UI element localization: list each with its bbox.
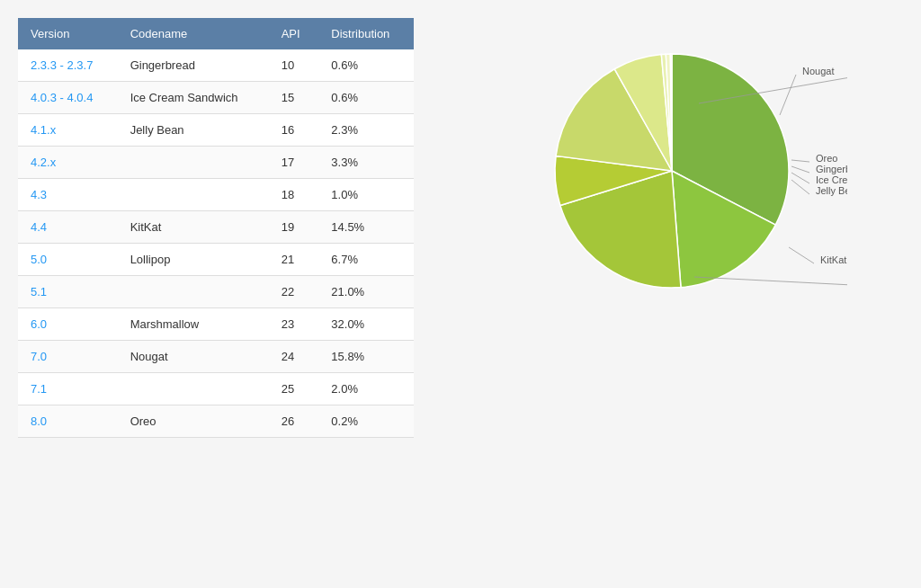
cell-version[interactable]: 7.0 xyxy=(18,341,118,373)
cell-api: 23 xyxy=(269,308,319,341)
table-row: 5.1 22 21.0% xyxy=(18,276,414,308)
label-jelly-bean: Jelly Bean xyxy=(816,185,847,196)
cell-codename: Nougat xyxy=(118,341,269,373)
table-row: 8.0 Oreo 26 0.2% xyxy=(18,405,414,438)
cell-distribution: 3.3% xyxy=(318,147,414,179)
cell-distribution: 0.2% xyxy=(318,405,414,438)
cell-version[interactable]: 5.0 xyxy=(18,244,118,276)
android-distribution-table: Version Codename API Distribution 2.3.3 … xyxy=(18,18,414,438)
cell-distribution: 2.3% xyxy=(318,114,414,147)
cell-version[interactable]: 4.2.x xyxy=(18,147,118,179)
cell-version[interactable]: 8.0 xyxy=(18,405,118,438)
cell-distribution: 1.0% xyxy=(318,179,414,211)
header-codename: Codename xyxy=(118,18,269,49)
label-nougat: Nougat xyxy=(802,66,834,76)
cell-api: 19 xyxy=(269,211,319,244)
cell-api: 25 xyxy=(269,373,319,405)
cell-codename: Marshmallow xyxy=(118,308,269,341)
cell-api: 16 xyxy=(269,114,319,147)
cell-version[interactable]: 6.0 xyxy=(18,308,118,341)
cell-distribution: 32.0% xyxy=(318,308,414,341)
cell-distribution: 2.0% xyxy=(318,373,414,405)
table-row: 7.1 25 2.0% xyxy=(18,373,414,405)
cell-distribution: 14.5% xyxy=(318,211,414,244)
header-api: API xyxy=(269,18,319,49)
cell-codename: Lollipop xyxy=(118,244,269,276)
cell-api: 18 xyxy=(269,179,319,211)
label-ice-cream-sandwich: Ice Cream Sandwich xyxy=(816,174,847,185)
cell-distribution: 0.6% xyxy=(318,82,414,114)
label-line-gingerbread xyxy=(791,166,809,173)
chart-section: MarshmallowNougatOreoGingerbreadIce Crea… xyxy=(450,18,903,315)
cell-distribution: 15.8% xyxy=(318,341,414,373)
data-table-section: Version Codename API Distribution 2.3.3 … xyxy=(18,18,414,438)
cell-codename: Gingerbread xyxy=(118,49,269,82)
cell-version[interactable]: 4.1.x xyxy=(18,114,118,147)
table-row: 6.0 Marshmallow 23 32.0% xyxy=(18,308,414,341)
label-line-kitkat xyxy=(789,247,814,263)
cell-version[interactable]: 5.1 xyxy=(18,276,118,308)
cell-api: 24 xyxy=(269,341,319,373)
cell-version[interactable]: 7.1 xyxy=(18,373,118,405)
table-row: 4.4 KitKat 19 14.5% xyxy=(18,211,414,244)
cell-api: 15 xyxy=(269,82,319,114)
header-version: Version xyxy=(18,18,118,49)
cell-codename xyxy=(118,373,269,405)
cell-version[interactable]: 4.4 xyxy=(18,211,118,244)
cell-version[interactable]: 4.3 xyxy=(18,179,118,211)
cell-version[interactable]: 2.3.3 - 2.3.7 xyxy=(18,49,118,82)
table-row: 4.1.x Jelly Bean 16 2.3% xyxy=(18,114,414,147)
cell-api: 10 xyxy=(269,49,319,82)
table-row: 5.0 Lollipop 21 6.7% xyxy=(18,244,414,276)
cell-codename: Ice Cream Sandwich xyxy=(118,82,269,114)
header-distribution: Distribution xyxy=(318,18,414,49)
label-gingerbread: Gingerbread xyxy=(816,164,847,174)
cell-codename xyxy=(118,179,269,211)
pie-chart-container: MarshmallowNougatOreoGingerbreadIce Crea… xyxy=(505,27,847,315)
cell-codename: Jelly Bean xyxy=(118,114,269,147)
cell-codename: Oreo xyxy=(118,405,269,438)
cell-distribution: 21.0% xyxy=(318,276,414,308)
label-oreo: Oreo xyxy=(816,153,837,164)
cell-distribution: 0.6% xyxy=(318,49,414,82)
table-row: 4.2.x 17 3.3% xyxy=(18,147,414,179)
cell-version[interactable]: 4.0.3 - 4.0.4 xyxy=(18,82,118,114)
cell-api: 21 xyxy=(269,244,319,276)
cell-codename xyxy=(118,147,269,179)
table-row: 4.0.3 - 4.0.4 Ice Cream Sandwich 15 0.6% xyxy=(18,82,414,114)
table-row: 4.3 18 1.0% xyxy=(18,179,414,211)
label-line-nougat xyxy=(780,75,796,115)
cell-api: 22 xyxy=(269,276,319,308)
pie-chart: MarshmallowNougatOreoGingerbreadIce Crea… xyxy=(505,27,847,315)
cell-codename xyxy=(118,276,269,308)
label-kitkat: KitKat xyxy=(820,254,846,265)
table-row: 2.3.3 - 2.3.7 Gingerbread 10 0.6% xyxy=(18,49,414,82)
cell-api: 26 xyxy=(269,405,319,438)
cell-distribution: 6.7% xyxy=(318,244,414,276)
table-row: 7.0 Nougat 24 15.8% xyxy=(18,341,414,373)
cell-api: 17 xyxy=(269,147,319,179)
cell-codename: KitKat xyxy=(118,211,269,244)
label-line-oreo xyxy=(791,160,809,162)
